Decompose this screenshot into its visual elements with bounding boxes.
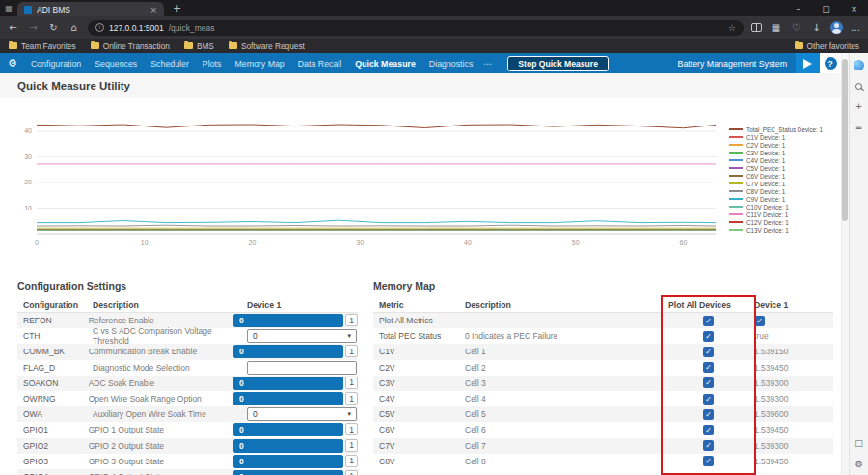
nav-item-data-recall[interactable]: Data Recall	[291, 59, 348, 69]
other-favorites[interactable]: Other favorites	[795, 42, 859, 51]
toggle-option-0[interactable]: 0	[233, 439, 343, 453]
minimize-button[interactable]: –	[784, 0, 812, 16]
legend-item[interactable]: C1V Device: 1	[729, 133, 837, 141]
legend-item[interactable]: C4V Device: 1	[729, 156, 837, 164]
chart-area[interactable]: 102030400102030405060	[8, 108, 721, 266]
browser-essentials-icon[interactable]: ♡	[790, 22, 802, 33]
toggle-option-1[interactable]: 1	[345, 439, 358, 452]
checkbox-checked[interactable]: ✓	[703, 316, 714, 326]
legend-item[interactable]: C5V Device: 1	[729, 164, 837, 172]
checkbox-checked[interactable]: ✓	[703, 456, 714, 466]
forward-icon[interactable]: →	[27, 22, 40, 33]
nav-item-quick-measure[interactable]: Quick Measure	[348, 59, 422, 69]
tab-close-icon[interactable]: ×	[149, 5, 157, 14]
nav-item-scheduler[interactable]: Scheduler	[144, 59, 196, 69]
toggle-option-1[interactable]: 1	[345, 377, 358, 389]
scrollbar-thumb[interactable]	[842, 59, 848, 221]
dropdown[interactable]: 0▾	[247, 329, 357, 343]
toggle-option-0[interactable]: 0	[233, 470, 343, 475]
favorite-item[interactable]: Team Favorites	[9, 42, 76, 51]
toggle-option-1[interactable]: 1	[345, 470, 358, 475]
favorite-item[interactable]: BMS	[184, 42, 214, 51]
favorite-star-icon[interactable]: ☆	[728, 23, 736, 33]
address-bar[interactable]: i 127.0.0.1:5001/quick_meas ☆	[88, 20, 744, 36]
device1-value: true	[754, 331, 822, 341]
legend-item[interactable]: C7V Device: 1	[729, 180, 837, 187]
nav-item-plots[interactable]: Plots	[196, 59, 229, 69]
help-button[interactable]: ?	[825, 57, 837, 70]
nav-item-memory-map[interactable]: Memory Map	[228, 59, 290, 69]
settings-gear-icon[interactable]: ⚙	[8, 57, 17, 70]
toggle-option-1[interactable]: 1	[345, 314, 358, 326]
home-icon[interactable]: ⌂	[68, 22, 80, 33]
toggle-option-0[interactable]: 0	[233, 314, 343, 327]
downloads-icon[interactable]: ↓	[810, 22, 823, 33]
dropdown[interactable]: 0▾	[247, 407, 357, 421]
legend-item[interactable]: C10V Device: 1	[729, 203, 837, 210]
toggle-option-1[interactable]: 1	[345, 392, 358, 405]
search-icon[interactable]	[855, 83, 862, 90]
profile-avatar[interactable]	[830, 21, 843, 34]
tab-actions-icon[interactable]: ▦	[0, 4, 17, 13]
text-input[interactable]	[247, 361, 357, 375]
checkbox-checked[interactable]: ✓	[703, 409, 714, 420]
plot-all-devices-cell: ✓	[663, 440, 754, 451]
legend-label: C1V Device: 1	[746, 134, 785, 141]
favorite-item[interactable]: Software Request	[229, 42, 305, 51]
copilot-icon[interactable]	[854, 60, 864, 70]
toggle-option-0[interactable]: 0	[233, 392, 343, 405]
layers-icon[interactable]: ≡	[855, 124, 863, 132]
back-icon[interactable]: ←	[7, 22, 19, 33]
checkbox-checked[interactable]: ✓	[703, 347, 714, 357]
tools-icon[interactable]: □	[854, 439, 863, 448]
browser-window: ▦ ADI BMS × + – □ × ← → ↻ ⌂ i 127.0.0.1:…	[0, 0, 868, 475]
checkbox-checked[interactable]: ✓	[703, 331, 714, 342]
legend-item[interactable]: C3V Device: 1	[729, 149, 837, 156]
legend-item[interactable]: Total_PEC_Status Device: 1	[729, 126, 837, 133]
site-info-icon[interactable]: i	[95, 23, 104, 32]
checkbox-checked[interactable]: ✓	[703, 425, 714, 435]
toggle-option-0[interactable]: 0	[233, 377, 343, 390]
toggle-option-0[interactable]: 0	[233, 455, 343, 468]
toggle-option-0[interactable]: 0	[233, 423, 343, 436]
toggle-option-1[interactable]: 1	[345, 423, 358, 435]
checkbox-checked[interactable]: ✓	[754, 316, 765, 326]
device1-value: 1.539300	[754, 394, 822, 404]
checkbox-checked[interactable]: ✓	[703, 440, 714, 451]
toggle-option-0[interactable]: 0	[233, 345, 343, 358]
toggle-option-1[interactable]: 1	[345, 345, 358, 357]
legend-item[interactable]: C2V Device: 1	[729, 141, 837, 149]
close-button[interactable]: ×	[840, 0, 868, 16]
checkbox-checked[interactable]: ✓	[703, 377, 714, 388]
toggle-option-1[interactable]: 1	[345, 455, 358, 467]
sidebar-settings-gear-icon[interactable]: ⚙	[854, 461, 862, 469]
config-description: Reference Enable	[89, 316, 233, 325]
browser-tab[interactable]: ADI BMS ×	[17, 2, 164, 16]
legend-item[interactable]: C12V Device: 1	[729, 218, 837, 226]
legend-item[interactable]: C8V Device: 1	[729, 187, 837, 195]
new-tab-button[interactable]: +	[173, 2, 181, 14]
nav-item-configuration[interactable]: Configuration	[24, 59, 88, 69]
favorite-label: BMS	[197, 42, 214, 51]
metric-name: C2V	[373, 363, 465, 373]
refresh-icon[interactable]: ↻	[47, 22, 60, 33]
collections-icon[interactable]: ▦	[770, 22, 782, 33]
checkbox-checked[interactable]: ✓	[703, 394, 714, 405]
nav-overflow-icon[interactable]: ⋯	[479, 59, 496, 69]
legend-item[interactable]: C6V Device: 1	[729, 172, 837, 180]
legend-item[interactable]: C13V Device: 1	[729, 226, 837, 234]
maximize-button[interactable]: □	[812, 0, 840, 16]
favorite-item[interactable]: Online Transaction	[91, 42, 170, 51]
settings-menu-icon[interactable]: …	[851, 22, 861, 33]
device1-value: 1.539150	[754, 347, 822, 356]
nav-item-diagnostics[interactable]: Diagnostics	[422, 59, 479, 69]
split-screen-icon[interactable]	[751, 23, 762, 32]
add-sidebar-item-icon[interactable]: +	[855, 102, 863, 111]
legend-item[interactable]: C9V Device: 1	[729, 195, 837, 203]
legend-swatch	[729, 175, 743, 177]
page-scrollbar[interactable]	[841, 53, 849, 475]
checkbox-checked[interactable]: ✓	[703, 362, 714, 373]
stop-quick-measure-button[interactable]: Stop Quick Measure	[507, 56, 609, 71]
legend-item[interactable]: C11V Device: 1	[729, 210, 837, 218]
nav-item-sequences[interactable]: Sequences	[88, 59, 144, 69]
